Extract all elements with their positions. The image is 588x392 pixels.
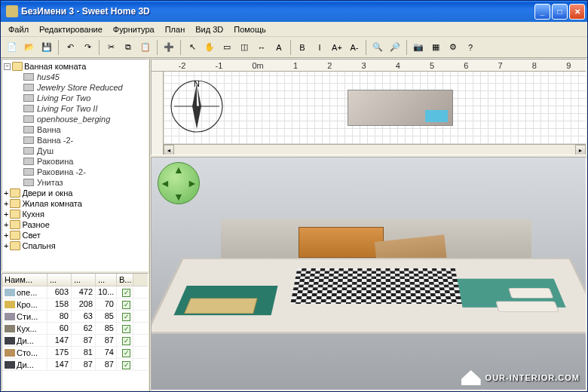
menu-item[interactable]: Фурнитура xyxy=(109,23,159,35)
cell-vis[interactable]: ✓ xyxy=(117,323,133,334)
cut-button[interactable]: ✂ xyxy=(103,39,119,56)
redo-button[interactable]: ↷ xyxy=(79,39,96,56)
checkbox-icon[interactable]: ✓ xyxy=(122,349,130,357)
text-italic-button[interactable]: I xyxy=(311,39,328,56)
column-header[interactable]: ... xyxy=(96,274,117,286)
new-button[interactable]: 📄 xyxy=(4,39,20,56)
catalog-category[interactable]: +Спальня xyxy=(4,240,146,251)
add-furniture-button[interactable]: ➕ xyxy=(161,39,177,56)
catalog-item[interactable]: Душ xyxy=(4,145,146,156)
pan-button[interactable]: ✋ xyxy=(201,39,218,56)
catalog-item[interactable]: Унитаз xyxy=(4,177,146,188)
checkbox-icon[interactable]: ✓ xyxy=(122,337,130,345)
catalog-item[interactable]: hus45 xyxy=(4,72,146,82)
scroll-left-button[interactable]: ◄ xyxy=(164,145,174,155)
save-button[interactable]: 💾 xyxy=(38,39,55,56)
catalog-item[interactable]: Ванна xyxy=(4,124,146,135)
camera-button[interactable]: 📷 xyxy=(410,39,427,56)
cell-vis[interactable]: ✓ xyxy=(117,299,133,310)
catalog-item[interactable]: openhouse_berging xyxy=(4,114,146,124)
tree-root-item[interactable]: − Ванная комната xyxy=(4,61,146,72)
undo-button[interactable]: ↶ xyxy=(62,39,78,56)
text-dec-button[interactable]: A- xyxy=(346,39,363,56)
expand-icon[interactable]: + xyxy=(4,199,8,208)
table-row[interactable]: Кро...15820870✓ xyxy=(2,299,148,311)
catalog-category[interactable]: +Жилая комната xyxy=(4,198,146,209)
column-header[interactable]: ... xyxy=(47,274,72,286)
plan-2d-view[interactable]: -2-10m123456789 N ◄ ► xyxy=(151,59,586,155)
checkbox-icon[interactable]: ✓ xyxy=(122,301,130,309)
text-bold-button[interactable]: B xyxy=(294,39,311,56)
checkbox-icon[interactable]: ✓ xyxy=(122,361,130,369)
table-row[interactable]: Сти...806385✓ xyxy=(2,311,148,323)
copy-button[interactable]: ⧉ xyxy=(120,39,136,56)
maximize-button[interactable]: □ xyxy=(552,4,568,20)
expand-icon[interactable]: + xyxy=(4,241,8,250)
grid-button[interactable]: ▦ xyxy=(427,39,444,56)
collapse-icon[interactable]: − xyxy=(4,63,11,70)
pointer-button[interactable]: ↖ xyxy=(184,39,201,56)
dimension-button[interactable]: ↔ xyxy=(253,39,270,56)
cell-h: 10... xyxy=(96,286,117,298)
nav-left-icon[interactable]: ◄ xyxy=(160,177,170,189)
catalog-item[interactable]: Living For Two II xyxy=(4,103,146,114)
furniture-table[interactable]: Наим............В... опе...60347210...✓К… xyxy=(2,273,149,390)
compass-icon[interactable]: N xyxy=(170,79,224,133)
catalog-item[interactable]: Jewelry Store Reduced xyxy=(4,82,146,93)
view-3d[interactable]: ▲ ◄► ▼ OUR-INTERIOR.COM xyxy=(151,157,586,390)
minimize-button[interactable]: _ xyxy=(534,4,550,20)
table-row[interactable]: Кух...606285✓ xyxy=(2,323,148,335)
checkbox-icon[interactable]: ✓ xyxy=(122,313,130,321)
table-row[interactable]: Ди...1478787✓ xyxy=(2,359,148,371)
menu-item[interactable]: Вид 3D xyxy=(191,23,228,35)
room-button[interactable]: ◫ xyxy=(236,39,253,56)
catalog-item[interactable]: Ванна -2- xyxy=(4,135,146,145)
catalog-tree[interactable]: − Ванная комната hus45Jewelry Store Redu… xyxy=(2,59,149,271)
column-header[interactable]: ... xyxy=(72,274,96,286)
ruler-vertical xyxy=(152,72,164,155)
nav-up-icon[interactable]: ▲ xyxy=(173,164,184,176)
catalog-item[interactable]: Living For Two xyxy=(4,93,146,103)
scroll-track[interactable] xyxy=(174,145,575,155)
wall-button[interactable]: ▭ xyxy=(219,39,235,56)
text-inc-button[interactable]: A+ xyxy=(329,39,345,56)
column-header[interactable]: В... xyxy=(117,274,133,286)
plan-hscrollbar[interactable]: ◄ ► xyxy=(164,144,586,155)
left-pane: − Ванная комната hus45Jewelry Store Redu… xyxy=(1,58,150,391)
catalog-category[interactable]: +Двери и окна xyxy=(4,188,146,198)
paste-button[interactable]: 📋 xyxy=(137,39,154,56)
expand-icon[interactable]: + xyxy=(4,188,8,198)
cell-vis[interactable]: ✓ xyxy=(117,311,133,322)
cell-vis[interactable]: ✓ xyxy=(117,286,133,298)
menu-item[interactable]: Файл xyxy=(4,23,33,35)
help-button[interactable]: ? xyxy=(462,39,479,56)
prefs-button[interactable]: ⚙ xyxy=(445,39,461,56)
catalog-category[interactable]: +Разное xyxy=(4,219,146,230)
menu-item[interactable]: План xyxy=(161,23,190,35)
catalog-item[interactable]: Раковина -2- xyxy=(4,167,146,177)
plan-model-preview[interactable] xyxy=(348,90,453,126)
menu-item[interactable]: Редактирование xyxy=(35,23,107,35)
checkbox-icon[interactable]: ✓ xyxy=(122,325,130,333)
table-row[interactable]: Сто...1758174✓ xyxy=(2,347,148,359)
checkbox-icon[interactable]: ✓ xyxy=(122,289,130,297)
menu-item[interactable]: Помощь xyxy=(229,23,271,35)
catalog-item[interactable]: Раковина xyxy=(4,156,146,167)
scroll-right-button[interactable]: ► xyxy=(575,145,586,155)
table-row[interactable]: Ди...1478787✓ xyxy=(2,335,148,347)
open-button[interactable]: 📂 xyxy=(21,39,38,56)
cell-vis[interactable]: ✓ xyxy=(117,359,133,370)
column-header[interactable]: Наим... xyxy=(2,274,47,286)
text-button[interactable]: A xyxy=(271,39,287,56)
zoom-out-button[interactable]: 🔎 xyxy=(387,39,403,56)
expand-icon[interactable]: + xyxy=(4,220,8,229)
table-row[interactable]: опе...60347210...✓ xyxy=(2,286,148,299)
cell-vis[interactable]: ✓ xyxy=(117,335,133,346)
cell-vis[interactable]: ✓ xyxy=(117,347,133,358)
zoom-in-button[interactable]: 🔍 xyxy=(369,39,386,56)
expand-icon[interactable]: + xyxy=(4,231,8,240)
expand-icon[interactable]: + xyxy=(4,210,8,219)
catalog-category[interactable]: +Свет xyxy=(4,230,146,240)
catalog-category[interactable]: +Кухня xyxy=(4,209,146,219)
close-button[interactable]: ✕ xyxy=(569,4,585,20)
